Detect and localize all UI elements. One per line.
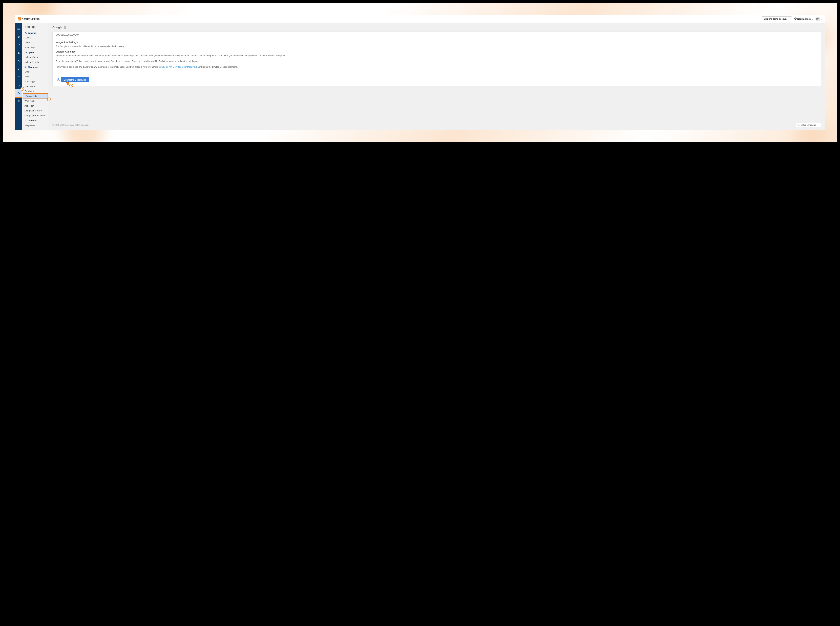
section-label: Upload xyxy=(28,51,35,54)
avatar: DK xyxy=(815,17,820,21)
custom-audience-text: Reach out to your contacts organized in … xyxy=(56,54,818,57)
svg-rect-6 xyxy=(19,28,20,28)
svg-point-30 xyxy=(57,81,58,81)
sidebar-item-whatsapp[interactable]: WhatsApp xyxy=(22,79,49,84)
svg-rect-12 xyxy=(19,30,20,30)
svg-point-28 xyxy=(25,120,25,121)
section-label: Channels xyxy=(28,66,38,68)
policy-text: NotifyVisitors app's use and transfer to… xyxy=(56,65,818,69)
sidebar-section-partners[interactable]: Partners xyxy=(22,118,49,123)
sidebar-item-users[interactable]: Users xyxy=(22,40,49,45)
settings-sidebar: Settings Schema Events Users Error Logs … xyxy=(22,23,49,130)
google-ads-card: GOOGLE ADS ACCOUNT Integration Settings … xyxy=(52,31,821,86)
svg-rect-9 xyxy=(19,28,20,29)
svg-point-29 xyxy=(26,120,27,121)
sidebar-item-web-push[interactable]: Web Push xyxy=(22,99,49,103)
begin-text: To begin, grant NotifyVisitors permissio… xyxy=(56,59,818,63)
svg-point-14 xyxy=(19,52,19,53)
sidebar-item-google-ads[interactable]: Google Ads xyxy=(23,94,47,99)
page-title-text: Google xyxy=(52,26,62,29)
sidebar-item-integration[interactable]: Integration xyxy=(22,123,49,128)
globe-help-icon xyxy=(794,17,797,20)
sidebar-item-upload-users[interactable]: Upload Users xyxy=(22,55,49,59)
icon-rail: 1 xyxy=(15,23,22,130)
sidebar-item-facebook[interactable]: Facebook xyxy=(22,89,49,94)
callout-2: 2 xyxy=(47,97,51,101)
callout-3: 3 xyxy=(69,84,73,88)
svg-rect-15 xyxy=(18,60,19,61)
page-title: Google ? xyxy=(52,26,821,29)
sidebar-section-upload[interactable]: Upload xyxy=(22,50,49,55)
google-ads-icon xyxy=(56,77,61,82)
svg-rect-2 xyxy=(20,18,20,20)
logo[interactable]: NotifyVisitors xyxy=(18,17,40,20)
logo-text-bold: Notify xyxy=(22,17,30,20)
svg-rect-11 xyxy=(18,30,19,30)
chevron-down-icon: ⌄ xyxy=(821,18,822,20)
rail-list-icon[interactable] xyxy=(15,73,22,81)
rail-analytics-icon[interactable] xyxy=(15,41,22,49)
copyright-text: © 2014 NotifyVisitors. All rights reserv… xyxy=(52,124,89,126)
policy-link[interactable]: Google API Services User Data Policy xyxy=(161,66,198,68)
sidebar-section-schema[interactable]: Schema xyxy=(22,30,49,35)
svg-rect-5 xyxy=(18,28,19,28)
explore-demo-button[interactable]: Explore demo account ⌄ xyxy=(762,16,792,21)
sidebar-item-app-push[interactable]: App Push xyxy=(22,103,49,108)
policy-post: , including the Limited Use requirements… xyxy=(198,66,238,68)
svg-rect-10 xyxy=(17,30,18,30)
footer: © 2014 NotifyVisitors. All rights reserv… xyxy=(52,113,821,127)
svg-rect-0 xyxy=(19,19,19,20)
sidebar-item-sms[interactable]: SMS xyxy=(22,74,49,79)
svg-rect-17 xyxy=(19,62,20,62)
integration-intro-text: The Google Ads integration will enable y… xyxy=(56,45,818,48)
logo-text-light: Visitors xyxy=(30,17,39,20)
help-label: Need a Help? xyxy=(797,18,811,20)
sidebar-item-upload-events[interactable]: Upload Events xyxy=(22,59,49,64)
language-label: Select Language xyxy=(801,124,816,126)
connect-label: Connect to Google Ads xyxy=(61,78,89,81)
svg-rect-16 xyxy=(18,62,18,62)
rail-sitemap-icon[interactable] xyxy=(15,57,22,65)
svg-rect-4 xyxy=(17,28,18,28)
svg-rect-8 xyxy=(18,28,19,29)
callout-1: 1 xyxy=(20,87,24,91)
app-window: NotifyVisitors Explore demo account ⌄ Ne… xyxy=(15,15,825,130)
sidebar-item-error-logs[interactable]: Error Logs xyxy=(22,45,49,50)
connect-google-ads-button[interactable]: Connect to Google Ads xyxy=(56,77,89,82)
sidebar-item-campaign-control[interactable]: Campaign Control xyxy=(22,108,49,113)
sidebar-item-campaign-best-time[interactable]: Campaign Best Time xyxy=(22,113,49,118)
svg-rect-27 xyxy=(26,33,27,34)
svg-point-13 xyxy=(18,52,19,53)
google-g-icon xyxy=(797,124,800,126)
main-content: Google ? GOOGLE ADS ACCOUNT Integration … xyxy=(49,23,825,130)
sidebar-section-channels[interactable]: Channels xyxy=(22,64,49,69)
chevron-down-icon: ⌄ xyxy=(812,18,813,20)
sidebar-item-events[interactable]: Events xyxy=(22,35,49,40)
integration-settings-heading: Integration Settings xyxy=(56,41,818,44)
rail-send-icon[interactable] xyxy=(15,65,22,73)
dropdown-arrow-icon: ▼ xyxy=(817,124,820,126)
chevron-down-icon: ⌄ xyxy=(788,18,790,20)
policy-pre: NotifyVisitors app's use and transfer to… xyxy=(56,66,161,68)
sidebar-item-webhooks[interactable]: Webhooks xyxy=(22,84,49,89)
section-label: Schema xyxy=(28,32,36,34)
svg-rect-7 xyxy=(17,28,18,29)
sidebar-title: Settings xyxy=(22,25,49,30)
custom-audience-heading: Custom Audience xyxy=(56,50,818,53)
rail-grid-icon[interactable] xyxy=(15,25,22,33)
svg-rect-25 xyxy=(25,32,26,33)
user-menu[interactable]: DK ⌄ xyxy=(815,17,822,21)
rail-settings-icon[interactable]: 1 xyxy=(15,89,22,97)
hand-pointer-icon xyxy=(65,81,70,86)
svg-rect-26 xyxy=(25,33,25,34)
language-selector[interactable]: Select Language ▼ xyxy=(796,123,821,127)
help-tooltip-icon[interactable]: ? xyxy=(64,26,66,29)
need-help-link[interactable]: Need a Help? ⌄ xyxy=(794,17,813,20)
sidebar-item-email[interactable]: Email xyxy=(22,69,49,74)
card-header: GOOGLE ADS ACCOUNT xyxy=(53,32,821,38)
rail-notes-icon[interactable] xyxy=(15,97,22,105)
rail-dashboard-icon[interactable] xyxy=(15,33,22,41)
topbar: NotifyVisitors Explore demo account ⌄ Ne… xyxy=(15,15,825,23)
body: 1 Settings Schema Events Users Error Log… xyxy=(15,23,825,130)
rail-users-icon[interactable] xyxy=(15,49,22,57)
